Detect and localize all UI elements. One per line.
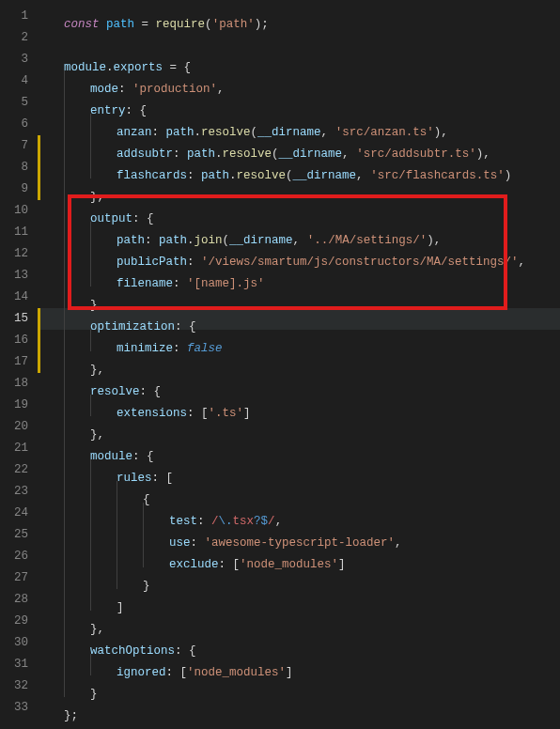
line-number: 26 [0,546,28,567]
line-number: 29 [0,611,28,632]
line-number: 16 [0,330,28,351]
code-line[interactable]: entry: { [38,92,560,114]
code-line[interactable]: use: 'awesome-typescript-loader', [38,524,560,546]
git-change-bar [38,135,40,200]
line-number: 22 [0,459,28,481]
code-line[interactable]: { [38,481,560,503]
code-line[interactable]: ] [38,589,560,611]
line-number: 10 [0,200,28,222]
line-number: 32 [0,675,28,697]
code-line[interactable]: module: { [38,438,560,459]
code-line[interactable]: addsubtr: path.resolve(__dirname, 'src/a… [38,135,560,157]
line-number: 2 [0,27,28,49]
line-number: 27 [0,567,28,589]
code-line[interactable]: flashcards: path.resolve(__dirname, 'src… [38,157,560,178]
line-number: 17 [0,351,28,373]
code-line[interactable]: resolve: { [38,373,560,395]
line-number: 3 [0,49,28,70]
code-line[interactable]: }, [38,178,560,200]
line-number: 20 [0,416,28,438]
git-change-bar [38,308,40,373]
line-number: 33 [0,697,28,719]
code-line[interactable]: mode: 'production', [38,70,560,92]
line-number: 1 [0,6,28,27]
code-line[interactable]: rules: [ [38,459,560,481]
line-number: 9 [0,178,28,200]
code-line[interactable]: anzan: path.resolve(__dirname, 'src/anza… [38,114,560,135]
line-number: 6 [0,114,28,135]
code-line[interactable]: output: { [38,200,560,222]
code-line[interactable]: ignored: ['node_modules'] [38,654,560,675]
code-editor[interactable]: 1234567891011121314151617181920212223242… [0,0,560,729]
line-number: 5 [0,92,28,114]
code-line[interactable]: const path = require('path'); [38,6,560,27]
line-number: 21 [0,438,28,459]
code-line[interactable]: }, [38,416,560,438]
line-number: 24 [0,503,28,524]
line-number: 15 [0,308,28,330]
line-number: 19 [0,395,28,416]
code-line[interactable]: filename: '[name].js' [38,265,560,287]
code-line[interactable]: }; [38,697,560,719]
line-number: 13 [0,265,28,287]
code-line[interactable]: publicPath: '/views/smartum/js/construct… [38,243,560,265]
code-line[interactable]: } [38,675,560,697]
code-line[interactable]: minimize: false [38,330,560,351]
code-line[interactable]: }, [38,611,560,632]
code-token: }; [64,709,78,722]
code-line[interactable]: watchOptions: { [38,632,560,654]
line-number: 11 [0,222,28,243]
code-line[interactable]: }, [38,287,560,308]
line-number: 14 [0,287,28,308]
code-line[interactable] [38,27,560,49]
code-line[interactable]: path: path.join(__dirname, '../MA/settin… [38,222,560,243]
code-line[interactable]: exclude: ['node_modules'] [38,546,560,567]
line-number: 31 [0,654,28,675]
line-number-gutter: 1234567891011121314151617181920212223242… [0,0,38,729]
line-number: 12 [0,243,28,265]
code-area[interactable]: const path = require('path');module.expo… [38,0,560,729]
line-number: 7 [0,135,28,157]
line-number: 30 [0,632,28,654]
code-line[interactable]: module.exports = { [38,49,560,70]
line-number: 18 [0,373,28,395]
line-number: 25 [0,524,28,546]
code-line[interactable]: extensions: ['.ts'] [38,395,560,416]
code-line[interactable]: }, [38,351,560,373]
code-line[interactable]: optimization: { [38,308,560,330]
line-number: 23 [0,481,28,503]
line-number: 8 [0,157,28,178]
line-number: 4 [0,70,28,92]
code-line[interactable]: test: /\.tsx?$/, [38,503,560,524]
code-line[interactable]: } [38,567,560,589]
line-number: 28 [0,589,28,611]
